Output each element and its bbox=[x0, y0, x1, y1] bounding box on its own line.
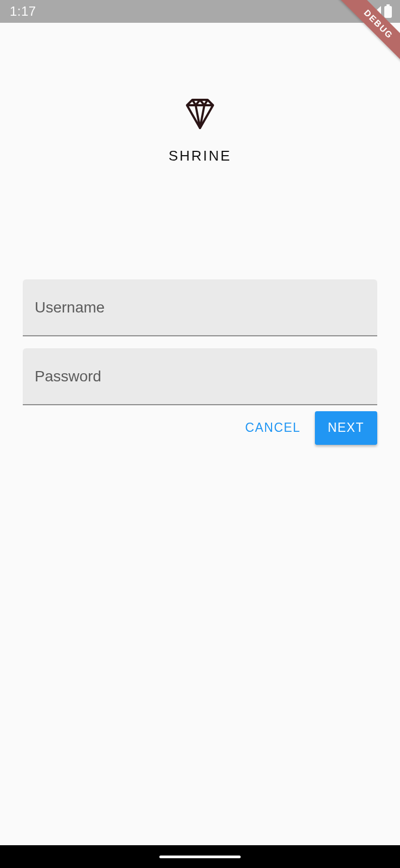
svg-rect-0 bbox=[386, 4, 390, 6]
svg-rect-1 bbox=[384, 6, 392, 18]
logo-block: SHRINE bbox=[23, 98, 377, 164]
button-row: CANCEL NEXT bbox=[23, 411, 377, 445]
login-screen: SHRINE Username Password CANCEL NEXT bbox=[0, 98, 400, 445]
username-input[interactable] bbox=[23, 279, 377, 335]
app-title: SHRINE bbox=[169, 148, 231, 164]
status-bar: 1:17 bbox=[0, 0, 400, 23]
login-form: Username Password CANCEL NEXT bbox=[23, 279, 377, 445]
password-field[interactable]: Password bbox=[23, 348, 377, 405]
status-time: 1:17 bbox=[10, 4, 36, 19]
next-button[interactable]: NEXT bbox=[315, 411, 377, 445]
password-input[interactable] bbox=[23, 348, 377, 404]
diamond-icon bbox=[184, 98, 216, 130]
android-nav-bar[interactable] bbox=[0, 845, 400, 868]
battery-icon bbox=[384, 4, 392, 18]
nav-home-pill[interactable] bbox=[159, 856, 241, 858]
username-field[interactable]: Username bbox=[23, 279, 377, 336]
cancel-button[interactable]: CANCEL bbox=[238, 411, 307, 445]
